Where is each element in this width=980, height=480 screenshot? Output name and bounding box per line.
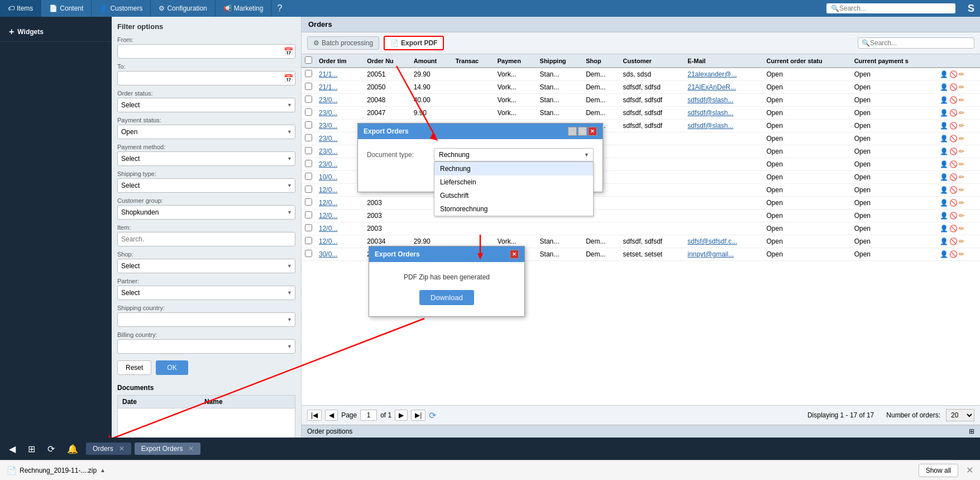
edit-icon[interactable]: ✏: [959, 250, 964, 258]
shop-select[interactable]: Select: [117, 259, 295, 273]
billing-country-select[interactable]: [117, 339, 295, 354]
show-all-button[interactable]: Show all: [919, 464, 958, 477]
row-checkbox[interactable]: [305, 108, 312, 116]
delete-icon[interactable]: 🚫: [949, 250, 958, 258]
taskbar-icon-3[interactable]: ⟳: [43, 441, 59, 457]
edit-icon[interactable]: ✏: [959, 225, 964, 232]
delete-icon[interactable]: 🚫: [949, 83, 958, 91]
person-icon[interactable]: 👤: [940, 83, 948, 91]
delete-icon[interactable]: 🚫: [949, 96, 958, 104]
to-input[interactable]: 18/11/19: [117, 71, 295, 85]
option-stornorechnung[interactable]: Stornorechnung: [434, 202, 593, 216]
order-time-link[interactable]: 21/1...: [319, 70, 337, 78]
nav-customers[interactable]: 👤 Customers: [92, 0, 151, 17]
orders-search-input[interactable]: [870, 39, 971, 47]
order-time-link[interactable]: 21/1...: [319, 83, 337, 91]
person-icon[interactable]: 👤: [940, 173, 948, 181]
row-checkbox[interactable]: [305, 121, 312, 129]
row-checkbox[interactable]: [305, 147, 312, 154]
edit-icon[interactable]: ✏: [959, 173, 964, 181]
row-checkbox[interactable]: [305, 186, 312, 193]
order-time-link[interactable]: 30/0...: [319, 250, 337, 258]
edit-icon[interactable]: ✏: [959, 212, 964, 220]
email-link[interactable]: innpyt@gmail...: [687, 250, 734, 258]
email-link[interactable]: sdfsdf@slash...: [687, 122, 733, 130]
row-checkbox[interactable]: [305, 198, 312, 206]
nav-items[interactable]: 🏷 Items: [0, 0, 41, 17]
email-link[interactable]: sdfsdf@slash...: [687, 109, 733, 117]
payment-method-select[interactable]: Select: [117, 151, 295, 166]
row-checkbox[interactable]: [305, 224, 312, 231]
person-icon[interactable]: 👤: [940, 237, 948, 245]
row-checkbox[interactable]: [305, 160, 312, 167]
item-search-input[interactable]: [117, 232, 295, 246]
download-button[interactable]: Download: [419, 290, 474, 305]
partner-select[interactable]: Select: [117, 286, 295, 300]
edit-icon[interactable]: ✏: [959, 160, 964, 168]
option-rechnung[interactable]: Rechnung: [434, 162, 593, 175]
row-checkbox[interactable]: [305, 70, 312, 77]
modal-restore-btn[interactable]: □: [578, 127, 587, 136]
delete-icon[interactable]: 🚫: [949, 186, 958, 194]
per-page-select[interactable]: 20 50 100: [946, 409, 974, 421]
topnav-search[interactable]: 🔍: [826, 3, 955, 13]
topnav-search-input[interactable]: [839, 4, 951, 12]
taskbar-tab-orders[interactable]: Orders ✕: [86, 443, 131, 455]
prev-page-btn[interactable]: ◀: [325, 410, 338, 421]
person-icon[interactable]: 👤: [940, 96, 948, 104]
first-page-btn[interactable]: |◀: [307, 410, 322, 421]
row-checkbox[interactable]: [305, 134, 312, 141]
order-time-link[interactable]: 12/0...: [319, 199, 337, 207]
person-icon[interactable]: 👤: [940, 199, 948, 207]
delete-icon[interactable]: 🚫: [949, 237, 958, 245]
delete-icon[interactable]: 🚫: [949, 70, 958, 78]
payment-status-select[interactable]: Open: [117, 125, 295, 139]
row-checkbox[interactable]: [305, 96, 312, 103]
edit-icon[interactable]: ✏: [959, 109, 964, 117]
batch-processing-button[interactable]: ⚙ Batch processing: [307, 36, 379, 50]
download-bar-close[interactable]: ✕: [966, 465, 973, 476]
person-icon[interactable]: 👤: [940, 212, 948, 220]
order-time-link[interactable]: 23/0...: [319, 96, 337, 104]
taskbar-export-close[interactable]: ✕: [188, 445, 194, 453]
order-time-link[interactable]: 23/0...: [319, 135, 337, 142]
doc-type-select[interactable]: Rechnung: [434, 148, 594, 161]
order-time-link[interactable]: 12/0...: [319, 212, 337, 220]
customer-group-select[interactable]: Shopkunden: [117, 205, 295, 220]
taskbar-orders-close[interactable]: ✕: [119, 445, 125, 453]
reset-button[interactable]: Reset: [117, 360, 151, 375]
refresh-icon[interactable]: ⟳: [429, 410, 436, 421]
order-status-select[interactable]: Select: [117, 98, 295, 112]
modal-minimize-btn[interactable]: _: [568, 127, 577, 136]
shipping-type-select[interactable]: Select: [117, 178, 295, 193]
email-link[interactable]: sdfsdf@slash...: [687, 96, 733, 104]
delete-icon[interactable]: 🚫: [949, 122, 958, 130]
delete-icon[interactable]: 🚫: [949, 135, 958, 142]
row-checkbox[interactable]: [305, 173, 312, 180]
nav-configuration[interactable]: ⚙ Configuration: [151, 0, 215, 17]
person-icon[interactable]: 👤: [940, 70, 948, 78]
order-time-link[interactable]: 23/0...: [319, 109, 337, 117]
edit-icon[interactable]: ✏: [959, 122, 964, 130]
option-lieferschein[interactable]: Lieferschein: [434, 175, 593, 189]
person-icon[interactable]: 👤: [940, 225, 948, 232]
order-time-link[interactable]: 12/0...: [319, 237, 337, 245]
page-number-input[interactable]: [360, 410, 377, 421]
email-link[interactable]: 21AlExAnDeR...: [687, 83, 736, 91]
person-icon[interactable]: 👤: [940, 160, 948, 168]
order-time-link[interactable]: 10/0...: [319, 173, 337, 181]
taskbar-icon-2[interactable]: ⊞: [23, 441, 40, 457]
modal-close-btn[interactable]: ✕: [588, 127, 597, 136]
person-icon[interactable]: 👤: [940, 250, 948, 258]
row-checkbox[interactable]: [305, 237, 312, 244]
download-chevron-icon[interactable]: ▲: [100, 467, 106, 473]
row-checkbox[interactable]: [305, 250, 312, 257]
edit-icon[interactable]: ✏: [959, 148, 964, 155]
person-icon[interactable]: 👤: [940, 109, 948, 117]
order-time-link[interactable]: 12/0...: [319, 186, 337, 194]
person-icon[interactable]: 👤: [940, 122, 948, 130]
nav-marketing[interactable]: 📢 Marketing: [216, 0, 272, 17]
row-checkbox[interactable]: [305, 83, 312, 90]
email-link[interactable]: sdfsf@sdfsdf.c...: [687, 237, 737, 245]
order-time-link[interactable]: 23/0...: [319, 148, 337, 155]
